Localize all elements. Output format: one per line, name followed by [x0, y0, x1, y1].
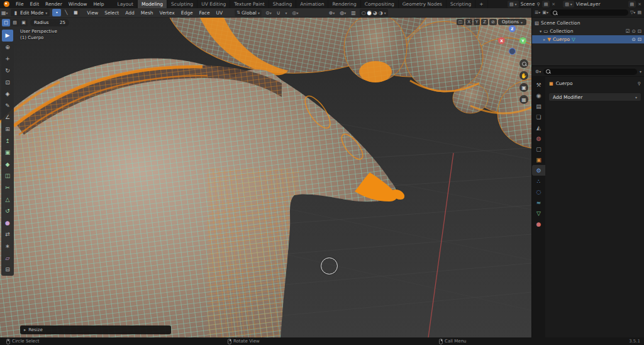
tool-button-knife[interactable]: ✂ [2, 182, 13, 194]
snapping-dropdown-icon[interactable]: ▾ [284, 10, 289, 16]
workspace-tab[interactable]: UV Editing [197, 0, 230, 8]
properties-search-input[interactable] [543, 69, 637, 75]
shading-dropdown-icon[interactable]: ▾ [384, 11, 386, 15]
navigation-gizmo[interactable]: Z X Y [496, 25, 528, 58]
hide-eye-icon[interactable]: ⊙ [631, 28, 635, 34]
outliner-filter-icon[interactable]: ▣▾ [542, 10, 548, 15]
snap-magnet-icon[interactable]: ∪ [275, 10, 282, 16]
vertex-select-button[interactable]: ∙ [52, 9, 61, 16]
axis-y-handle[interactable]: Y [519, 37, 526, 44]
axis-neg-z-handle[interactable] [509, 48, 516, 55]
properties-tab-material[interactable]: ● [532, 218, 545, 229]
workspace-tab[interactable]: Sculpting [167, 0, 197, 8]
radius-slider[interactable]: Radius 25 [30, 19, 69, 26]
gizmo-toggle-icon[interactable]: ⊕▾ [328, 10, 336, 16]
checkbox-icon[interactable]: ☑ [626, 28, 630, 34]
tool-button-shear[interactable]: ▱ [2, 252, 13, 264]
tool-button-move[interactable]: + [2, 53, 13, 65]
workspace-tab[interactable]: Compositing [361, 0, 399, 8]
disclosure-triangle-icon[interactable]: ▾ [540, 29, 541, 34]
outliner-row-scene-collection[interactable]: ▧ Scene Collection [532, 19, 644, 27]
tool-button-scale[interactable]: ⊡ [2, 76, 13, 88]
properties-tab-collection[interactable]: ▢ [532, 144, 545, 154]
viewlayer-selector[interactable]: ▨ ▾ [563, 1, 574, 8]
select-new-button[interactable]: □ [2, 19, 10, 26]
snap-symmetry-icon[interactable]: ⊘ [489, 19, 497, 25]
filter-funnel-icon[interactable]: ▽▾ [630, 10, 635, 15]
new-scene-button[interactable]: ▤ [542, 1, 550, 8]
axis-z-handle[interactable]: Z [509, 25, 516, 32]
workspace-tab[interactable]: Layout [113, 0, 138, 8]
properties-tab-output[interactable]: ▤ [532, 101, 545, 111]
3d-viewport[interactable]: □ ▧ ▣ Radius 25 ◫ XYZ ⊘ Options ▾ User P… [0, 18, 531, 337]
tool-button-annotate[interactable]: ✎ [2, 100, 13, 112]
tool-button-edge-slide[interactable]: ⇄ [2, 229, 13, 240]
disclosure-triangle-icon[interactable]: ▸ [543, 37, 545, 42]
render-visibility-icon[interactable]: ⊡ [638, 28, 641, 34]
tool-button-extrude-region[interactable]: ↥ [2, 135, 13, 147]
overlays-toggle-icon[interactable]: ◍▾ [338, 10, 347, 16]
axis-x-handle[interactable]: X [498, 37, 505, 44]
viewport-menu-item[interactable]: Select [101, 9, 122, 17]
orthographic-toggle-icon[interactable]: ▦ [519, 95, 528, 104]
render-visibility-icon[interactable]: ⊡ [638, 37, 641, 42]
outliner-display-mode-icon[interactable]: ☰▾ [535, 10, 540, 15]
pin-icon[interactable]: ⚲ [638, 81, 641, 86]
mirror-axis-toggle[interactable]: Z [481, 19, 488, 25]
zoom-icon[interactable] [519, 59, 528, 68]
viewport-menu-item[interactable]: View [84, 9, 101, 17]
options-button[interactable]: Options ▾ [498, 19, 526, 25]
properties-tab-constraints[interactable]: ≈ [532, 197, 545, 208]
mirror-axis-toggle[interactable]: Y [474, 19, 480, 25]
tool-button-select-circle[interactable]: ▶ [2, 30, 13, 42]
viewport-menu-item[interactable]: UV [213, 9, 226, 17]
tool-button-measure[interactable]: ∠ [2, 111, 13, 123]
properties-tab-tool[interactable]: ⚒ [532, 79, 545, 90]
tool-button-bevel[interactable]: ◆ [2, 159, 13, 171]
workspace-tab[interactable]: Texture Paint [230, 0, 269, 8]
blender-logo-icon[interactable] [4, 1, 9, 7]
properties-tab-object[interactable]: ▣ [532, 154, 545, 165]
tool-button-add-cube[interactable]: ⊞ [2, 123, 13, 135]
tool-button-shrink-fatten[interactable]: ∗ [2, 240, 13, 252]
menu-item[interactable]: Window [65, 1, 91, 7]
rendered-shading-button[interactable]: ◑ [379, 10, 383, 16]
properties-tab-render[interactable]: ◉ [532, 90, 545, 101]
scene-name[interactable]: Scene [521, 1, 535, 7]
viewport-menu-item[interactable]: Add [122, 9, 138, 17]
mode-selector[interactable]: ▮ Edit Mode ▾ [11, 9, 50, 16]
add-modifier-button[interactable]: Add Modifier ▾ [548, 93, 641, 101]
wireframe-shading-button[interactable]: ○ [362, 10, 366, 16]
new-viewlayer-button[interactable]: ▤ [628, 1, 636, 8]
tool-button-poly-build[interactable]: △ [2, 193, 13, 205]
workspace-tab[interactable]: Animation [296, 0, 328, 8]
menu-item[interactable]: Render [42, 1, 65, 7]
properties-tab-physics[interactable]: ◌ [532, 186, 545, 197]
xray-toggle-icon[interactable]: ▥ [350, 10, 357, 16]
new-collection-icon[interactable]: ▤ [637, 10, 641, 15]
viewlayer-name[interactable]: ViewLayer [576, 1, 601, 7]
workspace-tab[interactable]: Rendering [328, 0, 360, 8]
properties-tab-world[interactable]: ◍ [532, 133, 545, 144]
menu-item[interactable]: Edit [27, 1, 43, 7]
viewport-menu-item[interactable]: Mesh [138, 9, 157, 17]
viewport-menu-item[interactable]: Vertex [157, 9, 178, 17]
workspace-tab[interactable]: Geometry Nodes [399, 0, 447, 8]
properties-tab-particles[interactable]: ∴ [532, 176, 545, 186]
expand-arrow-icon[interactable]: ▸ [24, 327, 26, 332]
tool-button-smooth[interactable]: ● [2, 217, 13, 229]
properties-tab-modifiers[interactable]: ⚙ [532, 165, 545, 176]
scene-selector[interactable]: ▧ ▾ [508, 1, 519, 8]
workspace-tab[interactable]: Modeling [138, 0, 167, 8]
workspace-tab[interactable]: + [475, 0, 487, 8]
hide-eye-icon[interactable]: ⊙ [631, 37, 635, 42]
breadcrumb-object-name[interactable]: Cuerpo [556, 81, 573, 86]
properties-options-icon[interactable]: ▾ [640, 69, 641, 74]
solid-shading-button[interactable]: ● [367, 10, 372, 16]
pan-hand-icon[interactable]: ✋ [519, 71, 528, 80]
menu-item[interactable]: Help [90, 1, 107, 7]
viewport-menu-item[interactable]: Face [196, 9, 213, 17]
camera-view-icon[interactable]: ▣ [519, 83, 528, 92]
editor-type-icon[interactable]: ▦▾ [0, 10, 9, 16]
outliner-row-collection[interactable]: ▾ ▭ Collection ☑ ⊙ ⊡ [532, 27, 644, 35]
